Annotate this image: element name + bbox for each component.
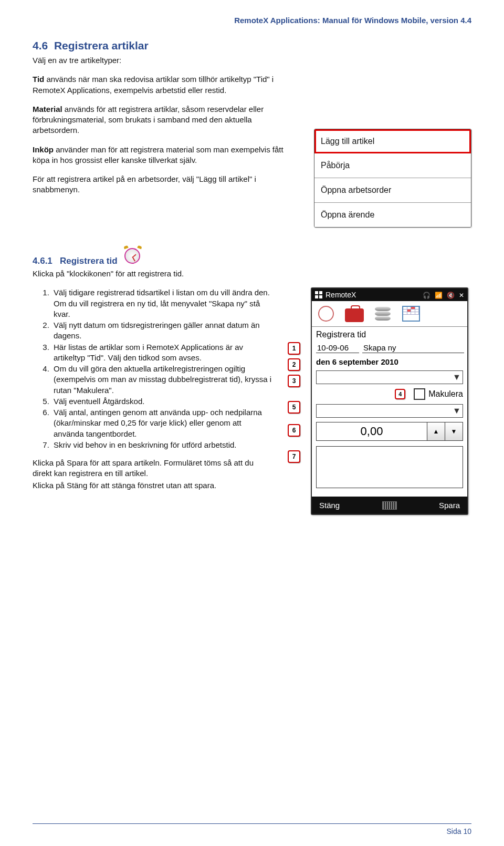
callout-2: 2 — [288, 358, 300, 371]
dropdown-2[interactable]: ▼ — [316, 404, 463, 418]
save-button[interactable]: Spara — [439, 501, 460, 510]
subsection-intro: Klicka på "klockikonen" för att registre… — [33, 269, 471, 279]
makulera-label: Makulera — [428, 389, 463, 399]
step-3: Här listas de artiklar som i RemoteX App… — [51, 342, 272, 364]
device-body: Registrera tid den 6 september 2010 ▼ 4 … — [312, 327, 467, 497]
callout-3: 3 — [288, 375, 300, 387]
device-body-label: Registrera tid — [316, 330, 463, 339]
bold-inkop: Inköp — [33, 145, 54, 154]
callout-5: 5 — [288, 401, 300, 414]
menu-item-oppna-arbetsorder[interactable]: Öppna arbetsorder — [314, 178, 471, 203]
step-1: Välj tidigare registrerad tidsartikel i … — [51, 287, 272, 319]
callout-6: 6 — [288, 424, 300, 437]
callout-column: 1 2 3 5 6 7 — [288, 287, 307, 463]
volume-icon: 🔇 — [447, 292, 455, 299]
device-bottombar: Stäng Spara — [312, 497, 467, 514]
toolbar-clock-icon[interactable] — [315, 303, 337, 324]
toolbar-calendar-icon[interactable] — [400, 303, 422, 324]
weekday-label: den 6 september 2010 — [316, 357, 398, 366]
device-app-title: RemoteX — [326, 291, 356, 299]
status-icons: 🎧 📶 🔇 ✕ — [421, 291, 464, 299]
signal-icon: 📶 — [435, 292, 443, 299]
paragraph-material: Material används för att registrera arti… — [33, 104, 298, 136]
device-screenshot: RemoteX 🎧 📶 🔇 ✕ — [311, 287, 468, 515]
section-title: Registrera artiklar — [54, 39, 149, 51]
clock-icon — [123, 246, 143, 266]
menu-item-oppna-arende[interactable]: Öppna ärende — [314, 203, 471, 227]
page-number: Sida 10 — [447, 827, 471, 835]
makulera-checkbox[interactable] — [414, 388, 425, 400]
bold-tid: Tid — [33, 75, 44, 84]
subsection-heading: 4.6.1 Registrera tid — [33, 256, 118, 266]
menu-item-paborja[interactable]: Påbörja — [314, 153, 471, 178]
step-4: Om du vill göra den aktuella artikelregi… — [51, 364, 272, 396]
callout-4-inline: 4 — [395, 389, 405, 399]
windows-icon — [315, 291, 322, 298]
quantity-value[interactable]: 0,00 — [317, 425, 427, 438]
close-icon[interactable]: ✕ — [459, 292, 464, 299]
context-menu: Lägg till artikel Påbörja Öppna arbetsor… — [314, 129, 471, 228]
headset-icon: 🎧 — [423, 292, 430, 299]
section-number: 4.6 — [33, 39, 48, 51]
device-toolbar — [312, 301, 467, 327]
device-titlebar: RemoteX 🎧 📶 🔇 ✕ — [312, 288, 467, 301]
footer-divider — [33, 823, 471, 824]
toolbar-briefcase-icon[interactable] — [343, 303, 365, 324]
outro-2: Klicka på Stäng för att stänga fönstret … — [33, 480, 272, 491]
keyboard-icon[interactable] — [382, 501, 397, 510]
description-textarea[interactable] — [316, 446, 463, 488]
dropdown-1[interactable]: ▼ — [316, 370, 463, 384]
paragraph-register: För att registrera artikel på en arbetso… — [33, 174, 298, 195]
header-title: RemoteX Applications: Manual för Windows… — [33, 16, 471, 25]
subsection-number: 4.6.1 — [33, 256, 52, 266]
step-7: Skriv vid behov in en beskrivning för ut… — [51, 440, 272, 450]
callout-1: 1 — [288, 342, 300, 355]
outro-1: Klicka på Spara för att spara artikeln. … — [33, 458, 272, 479]
close-button[interactable]: Stäng — [319, 501, 340, 510]
step-6: Välj antal, antingen genom att använda u… — [51, 407, 272, 439]
step-5: Välj eventuell Åtgärdskod. — [51, 396, 272, 407]
chevron-down-icon: ▼ — [452, 373, 461, 382]
subsection-title: Registrera tid — [60, 256, 118, 266]
quantity-up-button[interactable]: ▲ — [427, 422, 445, 440]
section-intro: Välj en av tre artikeltyper: — [33, 55, 298, 66]
paragraph-inkop: Inköp använder man för att registrera ma… — [33, 145, 298, 166]
section-heading: 4.6 Registrera artiklar — [33, 39, 298, 52]
callout-7: 7 — [288, 450, 300, 463]
step-list: Välj tidigare registrerad tidsartikel i … — [51, 287, 272, 450]
quantity-stepper: 0,00 ▲ ▼ — [316, 422, 463, 441]
quantity-down-button[interactable]: ▼ — [445, 422, 463, 440]
create-input[interactable] — [362, 343, 464, 353]
bold-material: Material — [33, 105, 62, 114]
toolbar-database-icon[interactable] — [372, 303, 394, 324]
step-2: Välj nytt datum om tidsregistreringen gä… — [51, 320, 272, 342]
date-input[interactable] — [316, 343, 359, 353]
menu-item-lagg-till-artikel[interactable]: Lägg till artikel — [314, 129, 471, 153]
chevron-down-icon: ▼ — [452, 406, 461, 416]
paragraph-tid: Tid används när man ska redovisa artikla… — [33, 74, 298, 96]
